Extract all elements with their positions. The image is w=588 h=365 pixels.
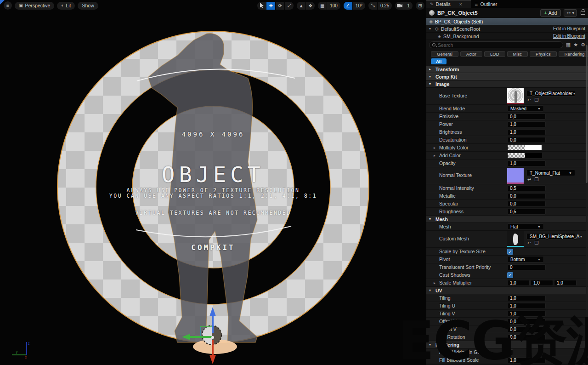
show-dropdown[interactable]: Show bbox=[78, 2, 98, 10]
property-label: Pivot bbox=[426, 257, 507, 262]
grid-snap-value[interactable]: 100 bbox=[327, 2, 340, 10]
expander-icon[interactable]: ▸ bbox=[434, 146, 435, 150]
use-selected-asset-icon[interactable]: ↩ bbox=[527, 177, 531, 182]
filter-all-chip[interactable]: All bbox=[431, 58, 447, 64]
dropdown-select[interactable]: Masked▼ bbox=[507, 105, 544, 112]
number-field[interactable]: 0,5 bbox=[507, 185, 546, 191]
scale-snap-value[interactable]: 0.25 bbox=[378, 2, 392, 10]
category-comp-kit[interactable]: ▾Comp Kit bbox=[426, 73, 588, 80]
number-field[interactable]: 0,0 bbox=[507, 137, 546, 143]
asset-dropdown[interactable]: T_ObjectPlaceholder▼ bbox=[526, 90, 575, 97]
number-field[interactable]: 1,0 bbox=[507, 295, 546, 301]
edit-in-blueprint-link[interactable]: Edit in Blueprint bbox=[553, 26, 585, 31]
texture-thumbnail-normal[interactable] bbox=[507, 168, 524, 184]
number-field[interactable]: 0,0 bbox=[507, 193, 546, 199]
number-field[interactable]: 0,5 bbox=[507, 209, 546, 215]
surface-snap-button[interactable]: ▲ bbox=[297, 2, 305, 10]
view-options-button[interactable]: ⊶ ▾ bbox=[564, 9, 577, 17]
chevron-down-icon[interactable]: ▾ bbox=[429, 27, 433, 31]
details-header: BP_CK_Object5 + Add ⊶ ▾ bbox=[426, 8, 588, 18]
rotation-snap-value[interactable]: 10° bbox=[353, 2, 365, 10]
property-value bbox=[507, 153, 542, 158]
tree-row[interactable]: ◈SM_BackgroundEdit in Blueprint bbox=[426, 33, 588, 40]
add-component-button[interactable]: + Add bbox=[540, 9, 561, 17]
category-image[interactable]: ▾Image bbox=[426, 80, 588, 88]
alpha-checker bbox=[508, 153, 525, 158]
actor-snap-button[interactable]: ❖ bbox=[306, 2, 315, 10]
checkbox[interactable]: ✓ bbox=[507, 272, 513, 278]
dropdown-select[interactable]: Bottom▼ bbox=[507, 256, 544, 262]
favorites-star-icon[interactable]: ★ bbox=[573, 42, 578, 48]
3d-viewport[interactable]: y z x 4096 X 4096 OBJECT ALWAYS USE POWE… bbox=[0, 0, 426, 365]
lit-mode-dropdown[interactable]: ◐ Lit bbox=[57, 2, 75, 10]
number-field[interactable]: 1,0 bbox=[554, 280, 577, 286]
scrollbar-thumb[interactable] bbox=[586, 45, 588, 183]
camera-speed-value[interactable]: 1 bbox=[404, 2, 413, 10]
grid-snap-toggle[interactable]: ▦ bbox=[318, 2, 327, 10]
property-value: 0 bbox=[507, 264, 546, 270]
browse-to-asset-icon[interactable]: ❐ bbox=[534, 177, 538, 182]
expander-icon[interactable]: ▸ bbox=[434, 281, 435, 285]
checkbox[interactable]: ✓ bbox=[507, 249, 513, 255]
display-settings-icon[interactable]: ▦ bbox=[566, 42, 571, 48]
camera-speed-button[interactable] bbox=[395, 2, 404, 10]
cursor-icon bbox=[260, 3, 264, 8]
filter-chip-general[interactable]: General bbox=[431, 51, 458, 57]
tree-item-label: SM_Background bbox=[443, 34, 551, 39]
number-field[interactable]: 1,0 bbox=[507, 280, 530, 286]
rotation-snap-toggle[interactable]: ∠ bbox=[344, 2, 352, 10]
asset-dropdown[interactable]: SM_BG_HemiSphere_A▼ bbox=[526, 233, 575, 240]
color-swatch[interactable] bbox=[507, 153, 542, 158]
number-field[interactable]: 1,0 bbox=[507, 121, 546, 127]
property-row-metallic: Metallic0,0 bbox=[426, 192, 588, 200]
chevron-down-icon: ▾ bbox=[429, 74, 433, 79]
number-field[interactable]: 0,0 bbox=[507, 114, 546, 120]
browse-to-asset-icon[interactable]: ❐ bbox=[534, 240, 538, 245]
number-field[interactable]: 0,0 bbox=[507, 201, 546, 207]
quad-view-icon: ⊞ bbox=[418, 3, 422, 8]
maximize-viewport-button[interactable]: ⊞ bbox=[416, 2, 424, 10]
number-field[interactable]: 1,0 bbox=[507, 160, 546, 166]
category-mesh[interactable]: ▾Mesh bbox=[426, 216, 588, 223]
filter-chip-actor[interactable]: Actor bbox=[460, 51, 482, 57]
color-swatch[interactable] bbox=[507, 145, 542, 150]
category-transform[interactable]: ▸Transform bbox=[426, 66, 588, 73]
number-field[interactable]: 0 bbox=[507, 264, 546, 270]
texture-thumbnail-mesh[interactable] bbox=[507, 231, 524, 247]
filter-chip-physics[interactable]: Physics bbox=[530, 51, 557, 57]
category-title: Comp Kit bbox=[435, 74, 457, 80]
viewport-menu-button[interactable]: ≡ bbox=[4, 1, 12, 10]
move-tool-button[interactable]: ✚ bbox=[266, 2, 275, 10]
filter-chip-rendering[interactable]: Rendering bbox=[559, 51, 588, 57]
scale-snap-toggle[interactable]: ⤡ bbox=[368, 2, 377, 10]
tree-row[interactable]: ▾⌬DefaultSceneRootEdit in Blueprint bbox=[426, 25, 588, 33]
number-field[interactable]: 1,0 bbox=[531, 280, 553, 286]
scene-root-icon: ⌬ bbox=[435, 27, 439, 31]
dropdown-select[interactable]: Flat▼ bbox=[507, 223, 544, 230]
scale-tool-button[interactable]: ⤢ bbox=[285, 2, 294, 10]
settings-gear-icon[interactable]: ⚙ bbox=[581, 42, 585, 48]
tab-outliner[interactable]: ≣ Outliner bbox=[471, 0, 501, 8]
browse-to-asset-icon[interactable]: ❐ bbox=[534, 97, 538, 103]
category-uv[interactable]: ▾UV bbox=[426, 287, 588, 294]
use-selected-asset-icon[interactable]: ↩ bbox=[527, 97, 531, 103]
edit-in-blueprint-link[interactable]: Edit in Blueprint bbox=[553, 34, 585, 39]
property-label: Roughness bbox=[426, 209, 507, 214]
select-tool-button[interactable] bbox=[257, 2, 266, 10]
texture-thumbnail-placeholder[interactable] bbox=[507, 88, 524, 104]
close-tab-icon[interactable]: × bbox=[459, 2, 462, 7]
expander-icon[interactable]: ▸ bbox=[434, 154, 435, 158]
tree-row[interactable]: ◉BP_CK_Object5 (Self) bbox=[426, 18, 588, 25]
tab-details[interactable]: ✎ Details × bbox=[426, 0, 471, 8]
use-selected-asset-icon[interactable]: ↩ bbox=[527, 240, 531, 245]
property-value: 0,0 bbox=[507, 137, 546, 143]
number-field[interactable]: 1,0 bbox=[507, 129, 546, 135]
filter-chip-misc[interactable]: Misc bbox=[507, 51, 528, 57]
rotate-tool-button[interactable]: ⟳ bbox=[276, 2, 284, 10]
asset-dropdown[interactable]: T_Normal_Flat▼ bbox=[526, 170, 575, 176]
add-label: Add bbox=[548, 10, 557, 16]
lock-icon[interactable] bbox=[581, 11, 585, 15]
search-input[interactable]: Search bbox=[429, 41, 563, 48]
perspective-dropdown[interactable]: ▣ Perspective bbox=[15, 2, 54, 10]
filter-chip-lod[interactable]: LOD bbox=[484, 51, 505, 57]
